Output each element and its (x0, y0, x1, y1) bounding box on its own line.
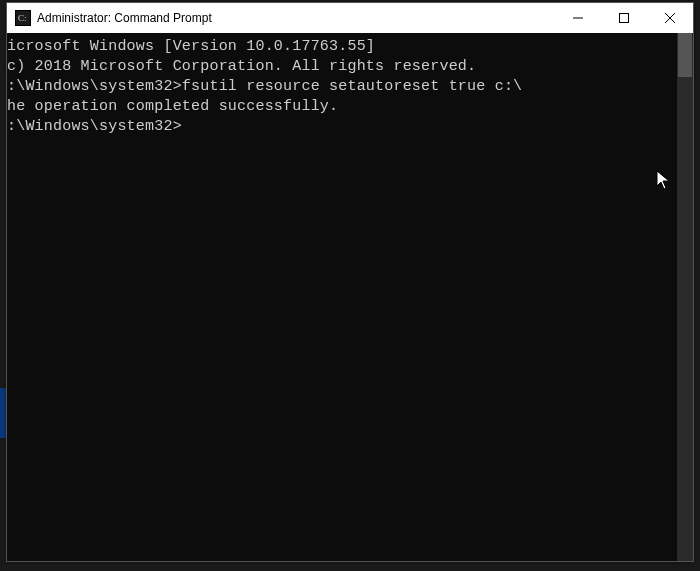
maximize-button[interactable] (601, 3, 647, 33)
svg-text:C:: C: (18, 13, 27, 23)
cmd-icon: C: (15, 10, 31, 26)
titlebar[interactable]: C: Administrator: Command Prompt (7, 3, 693, 33)
output-line: c) 2018 Microsoft Corporation. All right… (7, 57, 677, 77)
minimize-button[interactable] (555, 3, 601, 33)
prompt-line: :\Windows\system32> (7, 117, 677, 137)
client-area: icrosoft Windows [Version 10.0.17763.55]… (7, 33, 693, 561)
console-output[interactable]: icrosoft Windows [Version 10.0.17763.55]… (7, 33, 677, 561)
vertical-scrollbar[interactable] (677, 33, 693, 561)
output-line: :\Windows\system32>fsutil resource setau… (7, 77, 677, 97)
svg-rect-3 (620, 14, 629, 23)
command-prompt-window: C: Administrator: Command Prompt icrosof… (6, 2, 694, 562)
window-title: Administrator: Command Prompt (37, 11, 555, 25)
output-line: icrosoft Windows [Version 10.0.17763.55] (7, 37, 677, 57)
window-controls (555, 3, 693, 33)
close-button[interactable] (647, 3, 693, 33)
output-line: he operation completed successfully. (7, 97, 677, 117)
scroll-thumb[interactable] (678, 33, 692, 77)
